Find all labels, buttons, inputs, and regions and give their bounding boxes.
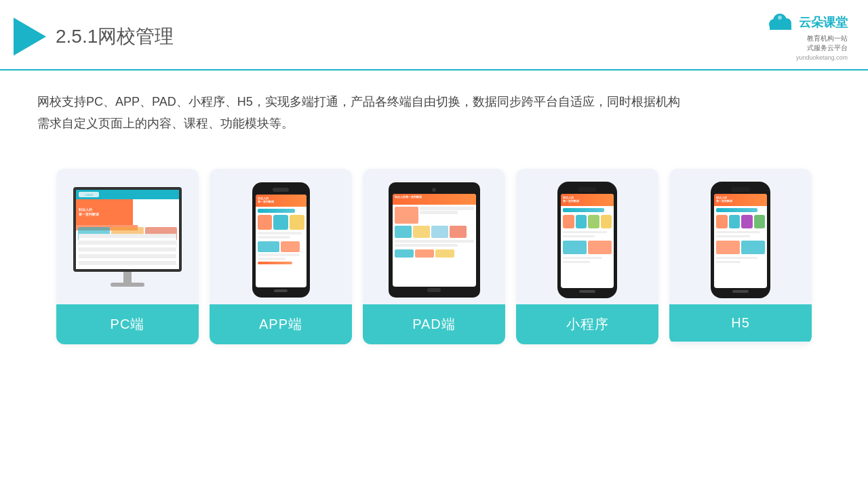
card-miniprogram-image: 职达人的第一堂判断课 (516, 169, 658, 304)
pad-tablet-icon: 职达人的第一堂判断课 (389, 182, 480, 298)
description-line1: 网校支持PC、APP、PAD、小程序、H5，实现多端打通，产品各终端自由切换，数… (37, 91, 831, 113)
page-title: 2.5.1网校管理 (56, 24, 174, 49)
card-miniprogram-label: 小程序 (516, 304, 658, 344)
brand-logo: 云朵课堂 教育机构一站 式服务云平台 yunduoketang.com (765, 12, 848, 61)
cloud-icon (765, 12, 795, 33)
brand-name-text: 云朵课堂 (799, 14, 848, 30)
device-cards-container: LOGO 职达人的第一堂判断课 (0, 148, 868, 358)
h5-phone-icon: 职达人的第一堂判断课 (711, 182, 770, 298)
brand-domain: yunduoketang.com (796, 54, 848, 61)
description-line2: 需求自定义页面上的内容、课程、功能模块等。 (37, 113, 831, 134)
header-left: 2.5.1网校管理 (14, 18, 174, 56)
app-phone-icon: 职达人的第一堂判断课 (252, 182, 310, 298)
card-h5-label: H5 (669, 304, 812, 342)
card-pc-label: PC端 (56, 304, 199, 344)
card-h5: 职达人的第一堂判断课 (669, 169, 812, 344)
card-pc-image: LOGO 职达人的第一堂判断课 (56, 169, 199, 304)
svg-rect-3 (770, 24, 791, 30)
logo-triangle-icon (14, 18, 46, 56)
card-app-image: 职达人的第一堂判断课 (210, 169, 352, 304)
card-app: 职达人的第一堂判断课 (210, 169, 352, 344)
card-pad: 职达人的第一堂判断课 (363, 169, 505, 344)
card-h5-image: 职达人的第一堂判断课 (669, 169, 812, 304)
brand-tagline: 教育机构一站 式服务云平台 (807, 34, 848, 53)
description-block: 网校支持PC、APP、PAD、小程序、H5，实现多端打通，产品各终端自由切换，数… (0, 70, 868, 142)
pc-monitor-icon: LOGO 职达人的第一堂判断课 (70, 187, 185, 292)
card-pc: LOGO 职达人的第一堂判断课 (56, 169, 199, 344)
svg-point-4 (778, 16, 782, 20)
card-miniprogram: 职达人的第一堂判断课 (516, 169, 658, 344)
brand-cloud-row: 云朵课堂 (765, 12, 848, 33)
page-header: 2.5.1网校管理 云朵课堂 教育机构一站 式服务云平台 yunduoketan… (0, 0, 868, 70)
card-app-label: APP端 (210, 304, 352, 344)
card-pad-image: 职达人的第一堂判断课 (363, 169, 505, 304)
card-pad-label: PAD端 (363, 304, 505, 344)
miniprogram-phone-icon: 职达人的第一堂判断课 (557, 182, 617, 298)
